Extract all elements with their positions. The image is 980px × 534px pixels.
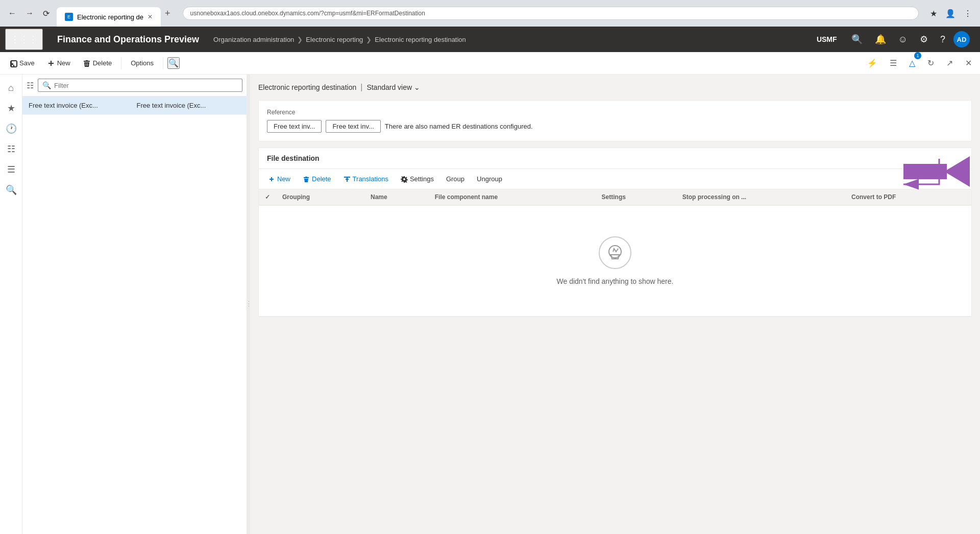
fd-delete-button[interactable]: Delete <box>300 173 334 185</box>
sync-button[interactable]: ↻ <box>923 54 938 72</box>
active-tab[interactable]: E Electronic reporting de ✕ <box>57 7 161 27</box>
settings-button[interactable]: ⚙ <box>916 30 932 49</box>
panel-toggle-button[interactable]: ☰ <box>886 54 901 72</box>
annotation-arrow <box>888 154 949 205</box>
toolbar-separator <box>121 57 121 69</box>
forward-button[interactable]: → <box>22 7 37 20</box>
tab-bar: E Electronic reporting de ✕ + <box>57 0 175 27</box>
fd-ungroup-button[interactable]: Ungroup <box>474 173 505 185</box>
toolbar-separator-2 <box>163 57 163 69</box>
breadcrumb-org-admin[interactable]: Organization administration <box>213 36 294 43</box>
filter-search-icon: 🔍 <box>42 81 51 89</box>
fd-settings-button[interactable]: Settings <box>398 173 437 185</box>
open-external-button[interactable]: ↗ <box>942 54 957 72</box>
fd-translations-icon <box>344 176 351 183</box>
empty-state-message: We didn't find anything to show here. <box>557 277 674 285</box>
tab-close-button[interactable]: ✕ <box>148 13 153 20</box>
fd-delete-icon <box>303 176 310 183</box>
breadcrumb-er-destination[interactable]: Electronic reporting destination <box>375 36 466 43</box>
left-panel-toolbar: ☷ 🔍 <box>22 75 247 96</box>
reference-row: Free text inv... Free text inv... There … <box>267 120 963 133</box>
page-title: Electronic reporting destination <box>258 83 356 91</box>
empty-state: We didn't find anything to show here. <box>259 206 971 316</box>
app-grid-button[interactable]: ⋮⋮⋮ <box>5 29 43 50</box>
reference-info-text: There are also named ER destinations con… <box>385 123 533 130</box>
file-destination-header: File destination <box>259 148 971 169</box>
new-tab-button[interactable]: + <box>161 6 175 21</box>
file-destination-toolbar: New Delete Translations Settings <box>259 169 971 189</box>
account-button[interactable]: 👤 <box>942 7 959 20</box>
fd-group-button[interactable]: Group <box>443 173 468 185</box>
more-options-button[interactable]: ⋮ <box>961 7 975 20</box>
app-header: ⋮⋮⋮ Finance and Operations Preview Organ… <box>0 27 980 52</box>
notification-button[interactable]: 🔔 <box>871 30 890 49</box>
table-header: ✓ Grouping Name File component name Sett… <box>259 189 971 205</box>
delete-button[interactable]: Delete <box>78 56 117 70</box>
reference-btn-2[interactable]: Free text inv... <box>326 120 380 133</box>
list-item[interactable]: Free text invoice (Exc... Free text invo… <box>22 96 247 115</box>
new-button[interactable]: New <box>42 56 76 70</box>
list-item-col1: Free text invoice (Exc... <box>29 102 133 109</box>
browser-chrome: ← → ⟳ E Electronic reporting de ✕ + usno… <box>0 0 980 27</box>
fd-translations-button[interactable]: Translations <box>340 173 391 185</box>
left-panel: ☷ 🔍 Free text invoice (Exc... Free text … <box>22 75 247 534</box>
tab-favicon: E <box>65 13 73 21</box>
toolbar-search-button[interactable]: 🔍 <box>167 57 180 69</box>
help-button[interactable]: ? <box>936 30 949 49</box>
filter-toggle-icon[interactable]: ☷ <box>27 81 34 90</box>
reference-section: Reference Free text inv... Free text inv… <box>258 100 972 141</box>
refresh-app-button[interactable]: 1 △ <box>905 54 919 72</box>
empty-basket-icon <box>606 244 624 262</box>
reference-btn-1[interactable]: Free text inv... <box>267 120 322 133</box>
delete-icon <box>83 59 91 67</box>
toolbar: Save New Delete Options 🔍 ⚡ ☰ 1 △ ↻ ↗ ✕ <box>0 52 980 75</box>
view-header: Electronic reporting destination | Stand… <box>258 83 972 92</box>
fd-new-button[interactable]: New <box>265 173 293 185</box>
col-header-check: ✓ <box>259 189 276 205</box>
tab-title: Electronic reporting de <box>77 13 143 21</box>
right-panel-wrapper: Electronic reporting destination | Stand… <box>250 75 980 534</box>
lightning-button[interactable]: ⚡ <box>863 54 881 72</box>
filter-sidebar-button[interactable]: 🔍 <box>2 181 20 199</box>
avatar[interactable]: AD <box>953 31 970 47</box>
new-icon <box>47 59 55 67</box>
col-header-settings: Settings <box>596 189 676 205</box>
chat-button[interactable]: ☺ <box>894 30 912 49</box>
bookmark-button[interactable]: ★ <box>927 7 940 20</box>
col-header-stop-processing: Stop processing on ... <box>676 189 845 205</box>
sidebar-icons: ⌂ ★ 🕐 ☷ ☰ 🔍 <box>0 75 22 534</box>
main-layout: ⌂ ★ 🕐 ☷ ☰ 🔍 ☷ 🔍 Free text invoice (Exc..… <box>0 75 980 534</box>
col-header-grouping: Grouping <box>276 189 364 205</box>
back-button[interactable]: ← <box>5 7 19 20</box>
filter-input-wrap: 🔍 <box>38 79 242 92</box>
browser-actions: ★ 👤 ⋮ <box>927 7 975 20</box>
table-body: We didn't find anything to show here. <box>259 205 971 317</box>
options-button[interactable]: Options <box>126 56 159 70</box>
header-right: USMF 🔍 🔔 ☺ ⚙ ? AD <box>811 30 975 49</box>
refresh-button[interactable]: ⟳ <box>40 7 53 20</box>
reference-label: Reference <box>267 109 963 116</box>
filter-input[interactable] <box>54 82 238 89</box>
list-button[interactable]: ☰ <box>2 160 20 179</box>
breadcrumb-electronic-reporting[interactable]: Electronic reporting <box>306 36 363 43</box>
home-button[interactable]: ⌂ <box>2 79 20 97</box>
favorites-button[interactable]: ★ <box>2 99 20 117</box>
view-mode-toggle[interactable]: Standard view ⌄ <box>366 83 420 91</box>
org-label: USMF <box>811 35 843 43</box>
save-button[interactable]: Save <box>4 56 40 70</box>
address-text: usnoneboxax1aos.cloud.onebox.dynamics.co… <box>190 10 425 17</box>
workspaces-button[interactable]: ☷ <box>2 140 20 158</box>
col-header-name: Name <box>364 189 429 205</box>
search-button[interactable]: 🔍 <box>847 30 867 49</box>
list-item-col2: Free text invoice (Exc... <box>137 102 241 109</box>
fd-new-icon <box>268 176 275 183</box>
recent-button[interactable]: 🕐 <box>2 119 20 138</box>
file-destination-section: File destination New Delete Translations <box>258 148 972 317</box>
close-panel-button[interactable]: ✕ <box>961 54 976 72</box>
right-panel: Electronic reporting destination | Stand… <box>250 75 980 325</box>
address-bar[interactable]: usnoneboxax1aos.cloud.onebox.dynamics.co… <box>183 7 919 20</box>
left-panel-list: Free text invoice (Exc... Free text invo… <box>22 96 247 534</box>
browser-nav-controls: ← → ⟳ <box>5 7 53 20</box>
fd-settings-icon <box>401 176 408 183</box>
breadcrumb: Organization administration ❯ Electronic… <box>213 36 804 43</box>
